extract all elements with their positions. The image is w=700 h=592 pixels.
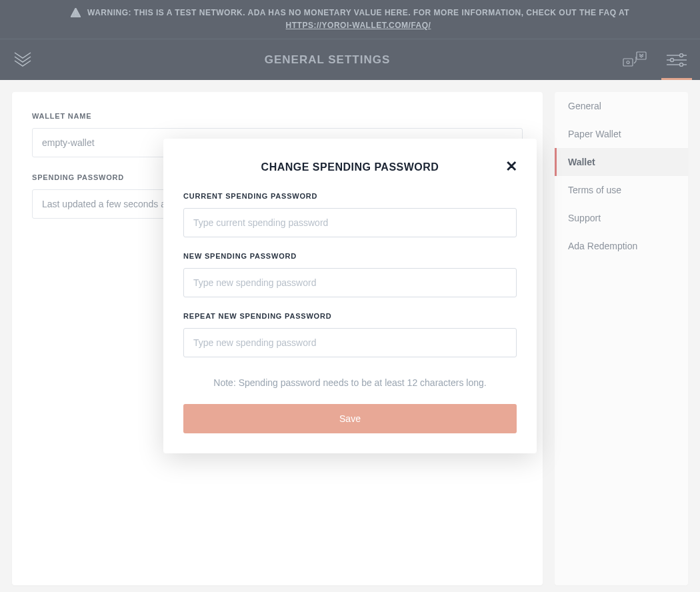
current-password-input[interactable] — [183, 208, 517, 237]
modal-overlay[interactable]: CHANGE SPENDING PASSWORD ✕ CURRENT SPEND… — [0, 0, 700, 592]
repeat-password-input[interactable] — [183, 328, 517, 357]
password-note: Note: Spending password needs to be at l… — [183, 377, 517, 388]
save-button[interactable]: Save — [183, 404, 517, 433]
modal-title: CHANGE SPENDING PASSWORD — [183, 161, 517, 173]
repeat-password-label: REPEAT NEW SPENDING PASSWORD — [183, 312, 517, 320]
new-password-label: NEW SPENDING PASSWORD — [183, 252, 517, 260]
new-password-input[interactable] — [183, 268, 517, 297]
change-password-modal: CHANGE SPENDING PASSWORD ✕ CURRENT SPEND… — [163, 139, 537, 453]
current-password-label: CURRENT SPENDING PASSWORD — [183, 192, 517, 200]
close-icon[interactable]: ✕ — [503, 159, 519, 175]
